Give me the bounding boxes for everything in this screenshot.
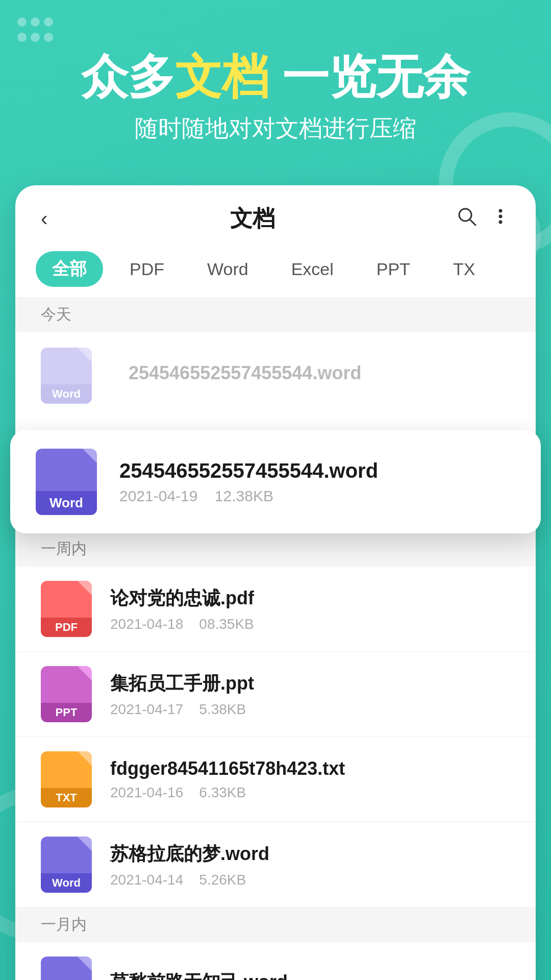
pdf-file-name: 论对党的忠诚.pdf [110,586,510,611]
word-label-2: Word [41,873,92,893]
highlighted-date: 2021-04-19 [119,487,197,504]
section-label-today: 今天 [15,297,536,332]
header-icons [457,207,510,231]
highlighted-file-card[interactable]: Word 254546552557455544.word 2021-04-19 … [10,430,541,533]
file-item-txt[interactable]: TXT fdgger84541165t78h423.txt 2021-04-16… [15,737,536,822]
word-icon-2: Word [41,837,92,893]
svg-point-18 [498,220,502,224]
word-icon-3: Word [41,957,92,980]
file-item-word3[interactable]: Word 莫愁前路无知己.word [15,942,536,980]
highlighted-file-name: 254546552557455544.word [119,459,515,482]
svg-point-14 [459,209,471,221]
ppt-label: PPT [41,703,92,722]
svg-point-17 [498,215,502,218]
card-header: ‹ 文档 [15,185,536,246]
hero-subtitle: 随时随地对对文档进行压缩 [31,113,520,144]
partial-file-name: 254546552557455544.word [129,362,510,384]
ppt-file-meta: 2021-04-17 5.38KB [110,701,510,718]
more-icon[interactable] [491,207,510,231]
word2-file-name: 苏格拉底的梦.word [110,842,510,867]
card-title: 文档 [230,204,275,234]
txt-file-info: fdgger84541165t78h423.txt 2021-04-16 6.3… [110,758,510,801]
file-item-word2[interactable]: Word 苏格拉底的梦.word 2021-04-14 5.26KB [15,822,536,907]
highlighted-file-meta: 2021-04-19 12.38KB [119,487,515,505]
search-icon[interactable] [457,207,477,231]
tab-word[interactable]: Word [191,253,265,285]
txt-file-name: fdgger84541165t78h423.txt [110,758,510,779]
highlighted-word-label: Word [36,491,97,515]
svg-point-16 [498,209,502,213]
word2-file-info: 苏格拉底的梦.word 2021-04-14 5.26KB [110,842,510,888]
ppt-icon: PPT [41,666,92,722]
tab-ppt[interactable]: PPT [360,253,427,285]
ppt-file-info: 集拓员工手册.ppt 2021-04-17 5.38KB [110,671,510,718]
file-list-week: PDF 论对党的忠诚.pdf 2021-04-18 08.35KB [15,567,536,907]
tab-excel[interactable]: Excel [275,253,350,285]
hero-title: 众多文档 一览无余 [31,51,520,103]
file-list-month: Word 莫愁前路无知己.word [15,942,536,980]
pdf-label: PDF [41,618,92,637]
word3-file-info: 莫愁前路无知己.word [110,970,510,980]
file-item-pdf[interactable]: PDF 论对党的忠诚.pdf 2021-04-18 08.35KB [15,567,536,652]
back-button[interactable]: ‹ [41,207,47,230]
file-item-ppt[interactable]: PPT 集拓员工手册.ppt 2021-04-17 5.38KB [15,652,536,737]
txt-label: TXT [41,788,92,807]
svg-line-15 [470,220,475,225]
word2-file-meta: 2021-04-14 5.26KB [110,872,510,888]
tab-pdf[interactable]: PDF [113,253,181,285]
document-card: ‹ 文档 全部 [15,185,536,980]
highlighted-word-icon: Word [36,449,97,515]
tab-txt[interactable]: TX [437,253,491,285]
highlighted-size: 12.38KB [215,487,273,504]
pdf-file-meta: 2021-04-18 08.35KB [110,616,510,632]
hero-section: 众多文档 一览无余 随时随地对对文档进行压缩 [0,0,551,165]
word-label-partial: Word [41,384,92,404]
highlighted-file-info: 254546552557455544.word 2021-04-19 12.38… [119,459,515,505]
txt-file-meta: 2021-04-16 6.33KB [110,785,510,801]
word3-file-name: 莫愁前路无知己.word [110,970,510,980]
tab-all[interactable]: 全部 [36,251,103,287]
section-label-month: 一月内 [15,907,536,942]
pdf-file-info: 论对党的忠诚.pdf 2021-04-18 08.35KB [110,586,510,632]
card-wrapper: ‹ 文档 全部 [0,185,551,980]
pdf-icon: PDF [41,581,92,637]
section-label-week: 一周内 [15,531,536,567]
txt-icon: TXT [41,751,92,807]
ppt-file-name: 集拓员工手册.ppt [110,671,510,696]
today-partial-file: Word 254546552557455544.word [15,332,536,409]
filter-tabs: 全部 PDF Word Excel PPT TX [15,246,536,297]
